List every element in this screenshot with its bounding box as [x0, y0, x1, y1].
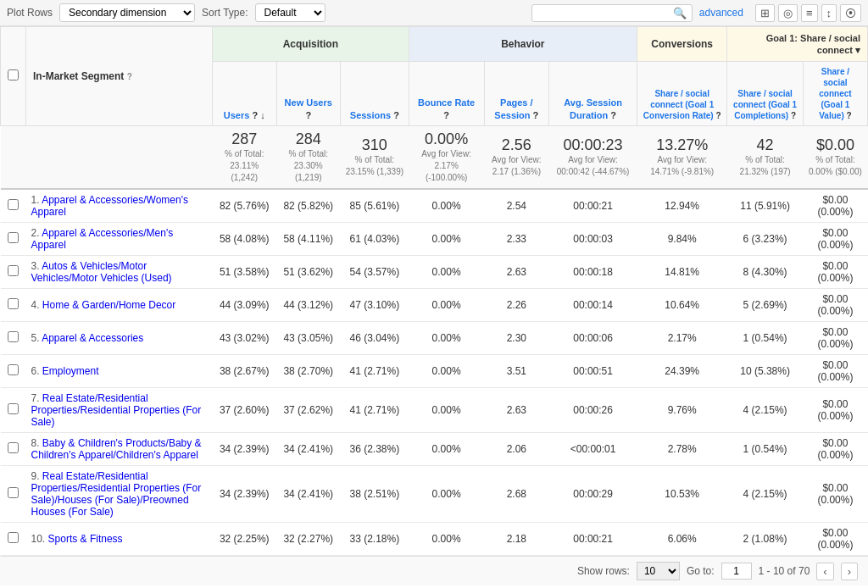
row-checkbox[interactable] [8, 487, 19, 498]
next-page-button[interactable]: › [841, 563, 858, 580]
row-new-users: 34 (2.41%) [276, 433, 341, 466]
row-sessions: 41 (2.71%) [341, 388, 409, 433]
acquisition-header: Acquisition [213, 27, 409, 62]
row-sessions-pct: (3.57%) [364, 266, 399, 278]
secondary-dimension-select[interactable]: Secondary dimension [59, 3, 195, 22]
select-all-checkbox[interactable] [8, 69, 19, 80]
search-input[interactable] [537, 7, 673, 19]
row-conv-rate: 2.78% [637, 433, 727, 466]
row-conv-rate: 14.81% [637, 256, 727, 289]
bounce-rate-subheader: Bounce Rate ? [409, 62, 484, 126]
row-checkbox[interactable] [8, 364, 19, 375]
row-checkbox[interactable] [8, 331, 19, 342]
row-avg-dur: 00:00:21 [549, 523, 637, 556]
row-completions: 6 (3.23%) [727, 223, 804, 256]
row-users: 44 (3.09%) [213, 289, 277, 322]
row-comp-pct: (5.91%) [754, 200, 790, 212]
row-name-link[interactable]: Apparel & Accessories [42, 332, 143, 344]
row-checkbox[interactable] [8, 298, 19, 309]
row-new-users: 37 (2.62%) [276, 388, 341, 433]
sort-type-select[interactable]: Default [255, 3, 326, 22]
row-sessions: 41 (2.71%) [341, 355, 409, 388]
advanced-link[interactable]: advanced [699, 7, 743, 19]
row-avg-dur: 00:00:26 [549, 388, 637, 433]
row-sessions: 36 (2.38%) [341, 433, 409, 466]
row-name-link[interactable]: Real Estate/Residential Properties/Resid… [31, 392, 202, 428]
show-rows-select[interactable]: 10 25 50 100 [637, 562, 680, 580]
row-new-users: 44 (3.12%) [276, 289, 341, 322]
row-conv-rate: 6.06% [637, 523, 727, 556]
view-grid-button[interactable]: ⊞ [755, 4, 775, 22]
row-sessions: 47 (3.10%) [341, 289, 409, 322]
row-new-users-pct: (3.62%) [298, 266, 333, 278]
row-comp-pct: (5.38%) [754, 365, 790, 377]
row-checkbox[interactable] [8, 442, 19, 453]
row-checkbox-cell [1, 256, 26, 289]
table-body: 287 % of Total: 23.11% (1,242) 284 % of … [1, 126, 868, 556]
users-help-icon: ? [252, 110, 258, 120]
totals-completions: 42 % of Total: 21.32% (197) [727, 126, 804, 190]
row-number: 6. [31, 365, 40, 377]
row-value: $0.00 (0.00%) [803, 355, 867, 388]
row-avg-dur: 00:00:14 [549, 289, 637, 322]
row-checkbox[interactable] [8, 232, 19, 243]
users-subheader: Users ? ↓ [213, 62, 277, 126]
totals-checkbox-cell [1, 126, 26, 190]
row-avg-dur: 00:00:06 [549, 322, 637, 355]
row-name-link[interactable]: Home & Garden/Home Decor [42, 299, 175, 311]
row-sessions: 61 (4.03%) [341, 223, 409, 256]
row-sessions-pct: (2.71%) [364, 365, 399, 377]
view-pivot-button[interactable]: ⦿ [840, 4, 861, 22]
row-sessions-pct: (2.18%) [364, 533, 399, 545]
row-checkbox-cell [1, 523, 26, 556]
goto-input[interactable] [721, 563, 752, 580]
row-pages: 2.63 [484, 388, 549, 433]
row-name-link[interactable]: Sports & Fitness [48, 533, 123, 545]
row-value-pct: (0.00%) [817, 410, 853, 422]
row-comp-pct: (0.54%) [752, 443, 787, 455]
search-icon[interactable]: 🔍 [673, 7, 687, 19]
row-name-link[interactable]: Baby & Children's Products/Baby & Childr… [31, 437, 202, 461]
toolbar: Plot Rows Secondary dimension Sort Type:… [0, 0, 868, 26]
row-name-link[interactable]: Apparel & Accessories/Men's Apparel [31, 227, 174, 251]
row-checkbox[interactable] [8, 199, 19, 210]
view-pie-button[interactable]: ◎ [778, 4, 798, 22]
row-checkbox[interactable] [8, 403, 19, 414]
page-range: 1 - 10 of 70 [759, 565, 810, 577]
row-users-pct: (2.39%) [234, 488, 270, 500]
row-bounce: 0.00% [409, 523, 484, 556]
view-icons: ⊞ ◎ ≡ ↕ ⦿ [755, 4, 861, 22]
row-conv-rate: 9.76% [637, 388, 727, 433]
view-table-button[interactable]: ≡ [801, 4, 818, 22]
row-name-link[interactable]: Autos & Vehicles/Motor Vehicles/Motor Ve… [31, 260, 172, 284]
row-checkbox[interactable] [8, 532, 19, 543]
row-pages: 2.06 [484, 433, 549, 466]
row-name-cell: 10. Sports & Fitness [26, 523, 213, 556]
new-users-help-icon: ? [305, 110, 311, 120]
goal-dropdown-header[interactable]: Goal 1: Share / social connect ▾ [727, 27, 868, 62]
totals-row: 287 % of Total: 23.11% (1,242) 284 % of … [1, 126, 868, 190]
row-sessions: 33 (2.18%) [341, 523, 409, 556]
row-name-cell: 2. Apparel & Accessories/Men's Apparel [26, 223, 213, 256]
row-name-link[interactable]: Apparel & Accessories/Women's Apparel [31, 194, 189, 218]
row-number: 9. [31, 470, 40, 482]
view-compare-button[interactable]: ↕ [821, 4, 837, 22]
row-sessions-pct: (4.03%) [364, 233, 399, 245]
row-comp-pct: (1.08%) [752, 533, 787, 545]
prev-page-button[interactable]: ‹ [816, 563, 833, 580]
row-bounce: 0.00% [409, 189, 484, 223]
row-new-users: 43 (3.05%) [276, 322, 341, 355]
row-name-link[interactable]: Employment [42, 365, 99, 377]
row-conv-rate: 24.39% [637, 355, 727, 388]
table-row: 4. Home & Garden/Home Decor 44 (3.09%) 4… [1, 289, 868, 322]
row-users-pct: (2.67%) [234, 365, 270, 377]
table-row: 6. Employment 38 (2.67%) 38 (2.70%) 41 (… [1, 355, 868, 388]
conv-rate-subheader: Share / social connect (Goal 1 Conversio… [637, 62, 727, 126]
row-checkbox[interactable] [8, 265, 19, 276]
row-value-pct: (0.00%) [817, 305, 853, 317]
row-users-pct: (2.25%) [234, 533, 270, 545]
row-value-pct: (0.00%) [817, 239, 853, 251]
row-conv-rate: 9.84% [637, 223, 727, 256]
row-name-link[interactable]: Real Estate/Residential Properties/Resid… [31, 470, 202, 518]
row-pages: 2.68 [484, 466, 549, 523]
